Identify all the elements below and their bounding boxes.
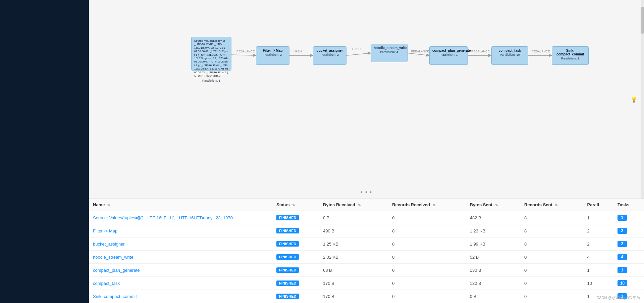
col-bytes-sent[interactable]: Bytes Sent ⇅ [466,199,520,211]
cell-name-3[interactable]: hoodie_stream_write [89,251,272,264]
cell-records-sent-6: 0 [520,290,583,303]
cell-tasks-2[interactable]: 2 [613,237,644,251]
cell-records-sent-2: 8 [520,237,583,251]
col-records-received[interactable]: Records Received ⇅ [388,199,466,211]
status-badge-3: FINISHED [276,254,299,260]
col-status[interactable]: Status ⇅ [272,199,319,211]
scroll-thumb[interactable] [641,7,644,34]
flow-node-compact-task[interactable]: compact_task Parallelism: 10 [491,46,528,65]
cell-parallelism-5: 10 [583,277,613,290]
cell-bytes-received-6: 170 B [319,290,388,303]
cell-status-4: FINISHED [272,264,319,277]
more-options-dots[interactable]: • • • [361,189,373,195]
tasks-badge-0: 1 [618,215,627,221]
cell-bytes-received-2: 1.25 KB [319,237,388,251]
cell-name-4[interactable]: compact_plan_generate [89,264,272,277]
cell-records-received-4: 0 [388,264,466,277]
svg-line-0 [231,55,256,55]
table-row: compact_plan_generate FINISHED 68 B 0 13… [89,264,644,277]
cell-bytes-received-5: 170 B [319,277,388,290]
cell-bytes-sent-0: 482 B [466,211,520,224]
sort-icon-records-sent: ⇅ [555,203,557,207]
cell-name-6[interactable]: Sink: compact_commit [89,290,272,303]
flow-area[interactable]: REBALANCE HASH HASH REBALANCE REBALANCE … [89,0,644,199]
hint-icon: 💡 [631,96,637,102]
col-bytes-received[interactable]: Bytes Received ⇅ [319,199,388,211]
cell-parallelism-0: 1 [583,211,613,224]
tasks-badge-5: 10 [618,280,627,286]
flow-arrows [89,0,644,199]
flow-node-bucket[interactable]: bucket_assigner Parallelism: 2 [313,46,346,65]
cell-tasks-3[interactable]: 4 [613,251,644,264]
cell-tasks-1[interactable]: 2 [613,224,644,237]
cell-bytes-sent-6: 0 B [466,290,520,303]
cell-records-received-6: 0 [388,290,466,303]
cell-status-5: FINISHED [272,277,319,290]
cell-status-2: FINISHED [272,237,319,251]
connector-label-1: REBALANCE [236,50,255,53]
tasks-badge-1: 2 [618,228,627,234]
tasks-badge-3: 4 [618,254,627,260]
status-badge-0: FINISHED [276,215,299,220]
cell-tasks-4[interactable]: 1 [613,264,644,277]
status-badge-4: FINISHED [276,267,299,273]
cell-name-5[interactable]: compact_task [89,277,272,290]
sort-icon-bytes-received: ⇅ [358,203,361,207]
table-row: Sink: compact_commit FINISHED 170 B 0 0 … [89,290,644,303]
cell-status-0: FINISHED [272,211,319,224]
jobs-table: Name ⇅ Status ⇅ Bytes Received ⇅ Records… [89,199,644,303]
status-badge-6: FINISHED [276,294,299,299]
tasks-badge-4: 1 [618,267,627,273]
flow-node-source[interactable]: Source: Values(tuples=[[([ _UTF-16LE'id1… [191,37,231,71]
sort-icon-name: ⇅ [107,203,110,207]
cell-name-0[interactable]: Source: Values(tuples=[[([ _UTF-16LE'id1… [89,211,272,224]
sort-icon-bytes-sent: ⇅ [495,203,498,207]
cell-tasks-0[interactable]: 1 [613,211,644,224]
cell-status-3: FINISHED [272,251,319,264]
scroll-track[interactable] [641,0,644,199]
connector-label-5: REBALANCE [471,50,490,53]
cell-bytes-received-4: 68 B [319,264,388,277]
cell-status-6: FINISHED [272,290,319,303]
connector-label-2: HASH [293,50,302,53]
cell-records-received-3: 8 [388,251,466,264]
tasks-badge-2: 2 [618,241,627,247]
main-content: REBALANCE HASH HASH REBALANCE REBALANCE … [89,0,644,303]
sort-icon-records-received: ⇅ [433,203,435,207]
connector-label-6: REBALANCE [532,50,550,53]
cell-parallelism-3: 4 [583,251,613,264]
cell-records-received-0: 0 [388,211,466,224]
watermark: CSDN @总写bug的程序员 [596,295,640,300]
cell-tasks-5[interactable]: 10 [613,277,644,290]
table-area[interactable]: Name ⇅ Status ⇅ Bytes Received ⇅ Records… [89,199,644,303]
cell-records-sent-5: 0 [520,277,583,290]
flow-node-hoodie[interactable]: hoodie_stream_write Parallelism: 4 [371,44,408,62]
cell-parallelism-2: 2 [583,237,613,251]
cell-bytes-sent-4: 130 B [466,264,520,277]
flow-node-sink[interactable]: Sink: compact_commit Parallelism: 1 [552,46,589,65]
cell-name-1[interactable]: Filter -> Map [89,224,272,237]
cell-status-1: FINISHED [272,224,319,237]
table-row: compact_task FINISHED 170 B 0 130 B 0 10… [89,277,644,290]
sort-icon-status: ⇅ [292,203,295,207]
col-name[interactable]: Name ⇅ [89,199,272,211]
cell-bytes-received-1: 490 B [319,224,388,237]
col-records-sent[interactable]: Records Sent ⇅ [520,199,583,211]
cell-records-received-5: 0 [388,277,466,290]
connector-label-3: HASH [352,47,361,51]
cell-bytes-sent-2: 1.99 KB [466,237,520,251]
cell-records-sent-4: 0 [520,264,583,277]
status-badge-2: FINISHED [276,241,299,247]
cell-records-received-2: 8 [388,237,466,251]
status-badge-5: FINISHED [276,280,299,286]
cell-bytes-sent-5: 130 B [466,277,520,290]
flow-node-compact-plan[interactable]: compact_plan_generate Parallelism: 1 [429,46,468,65]
col-parallelism: Parall [583,199,613,211]
connector-label-4: REBALANCE [411,50,429,53]
cell-records-sent-3: 0 [520,251,583,264]
flow-node-filter[interactable]: Filter -> Map Parallelism: 2 [256,46,289,65]
cell-name-2[interactable]: bucket_assigner [89,237,272,251]
table-row: bucket_assigner FINISHED 1.25 KB 8 1.99 … [89,237,644,251]
cell-bytes-sent-3: 52 B [466,251,520,264]
cell-bytes-sent-1: 1.23 KB [466,224,520,237]
